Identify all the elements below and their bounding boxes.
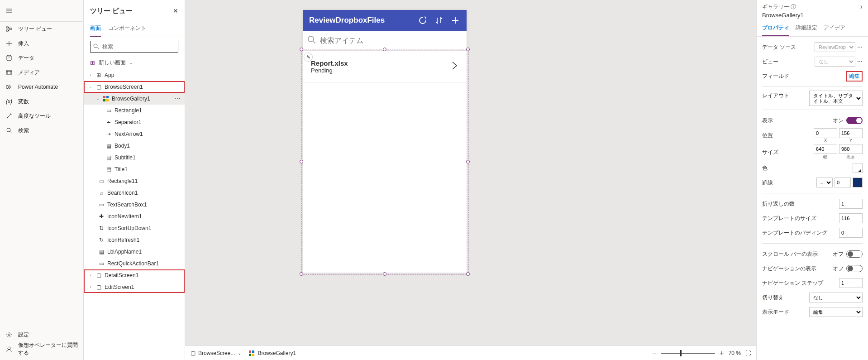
rail-settings[interactable]: 設定 xyxy=(0,327,83,342)
tab-ideas[interactable]: アイデア xyxy=(824,21,845,36)
tree-search-input[interactable] xyxy=(90,41,178,53)
tab-screens[interactable]: 画面 xyxy=(90,22,101,37)
rail-variables[interactable]: (x) 変数 xyxy=(0,94,83,109)
view-select[interactable]: なし xyxy=(815,57,855,67)
scrollbar-toggle[interactable] xyxy=(846,250,863,258)
size-w-input[interactable] xyxy=(814,144,837,154)
more-icon[interactable]: ⋯ xyxy=(857,44,863,50)
canvas-area[interactable]: ReviewDropboxFiles Report.xlsx Pending ✎ xyxy=(185,0,756,360)
layout-select[interactable]: タイトル、サブタイトル、本文 xyxy=(809,91,863,106)
tree-node-iconrefresh1[interactable]: ↻IconRefresh1 xyxy=(84,234,185,246)
zoom-out-button[interactable]: − xyxy=(652,349,656,357)
rail-item-label: 挿入 xyxy=(18,40,29,48)
zoom-in-button[interactable]: + xyxy=(720,349,724,357)
label-icon: ▤ xyxy=(105,154,112,161)
more-icon[interactable]: ⋯ xyxy=(174,95,181,102)
chevron-down-icon: ⌄ xyxy=(88,85,93,89)
breadcrumb-screen[interactable]: ▢ BrowseScree... ⌄ xyxy=(191,350,241,356)
rail-advanced-tools[interactable]: 高度なツール xyxy=(0,109,83,123)
template-size-input[interactable] xyxy=(839,213,863,223)
rail-treeview[interactable]: ツリー ビュー xyxy=(0,22,83,36)
tree-node-title1[interactable]: ▤Title1 xyxy=(84,163,185,175)
zoom-slider[interactable] xyxy=(661,353,715,354)
refresh-icon[interactable] xyxy=(418,15,428,25)
template-padding-input[interactable] xyxy=(839,228,863,238)
tree-node-searchicon1[interactable]: ⌕SearchIcon1 xyxy=(84,187,185,199)
label-wrap: 折り返しの数 xyxy=(762,200,795,208)
tree-node-rectquickactionbar1[interactable]: ▭RectQuickActionBar1 xyxy=(84,258,185,269)
tree-node-browsegallery[interactable]: ⌄ BrowseGallery1 ⋯ xyxy=(84,93,185,105)
rail-powerautomate[interactable]: Power Automate xyxy=(0,80,83,94)
separator-icon: ∸ xyxy=(105,119,112,125)
chevron-right-icon: › xyxy=(88,273,93,278)
transition-select[interactable]: なし xyxy=(809,293,863,302)
displaymode-select[interactable]: 編集 xyxy=(809,307,863,317)
tree-node-browsescreen[interactable]: ⌄ ▢ BrowseScreen1 xyxy=(84,81,185,93)
tree-panel-title: ツリー ビュー xyxy=(90,7,133,15)
navstep-input[interactable] xyxy=(839,278,863,288)
edit-template-icon[interactable]: ✎ xyxy=(304,53,313,62)
rail-media[interactable]: メディア xyxy=(0,65,83,80)
svg-point-6 xyxy=(8,334,10,336)
label-template-size: テンプレートのサイズ xyxy=(762,215,816,222)
label-visible: 表示 xyxy=(762,117,773,125)
rail-data[interactable]: データ xyxy=(0,51,83,65)
rail-item-label: 検索 xyxy=(18,127,29,134)
tree-node-separator1[interactable]: ∸Separator1 xyxy=(84,116,185,128)
datasource-select[interactable]: ReviewDropbo... xyxy=(815,42,855,52)
tree-icon xyxy=(5,25,13,33)
tree-node-editscreen[interactable]: ›▢EditScreen1 xyxy=(84,281,185,293)
app-search-input[interactable] xyxy=(320,37,462,45)
position-x-input[interactable] xyxy=(814,128,837,138)
tab-components[interactable]: コンポーネント xyxy=(108,22,146,37)
item-title: Report.xlsx xyxy=(311,59,348,67)
rail-ask-operator[interactable]: 仮想オペレーターに質問する xyxy=(0,342,83,356)
position-y-input[interactable] xyxy=(839,128,863,138)
tree-node-iconnewitem1[interactable]: ✚IconNewItem1 xyxy=(84,211,185,222)
navigation-toggle[interactable] xyxy=(846,265,863,272)
tree-node-iconsortupdown1[interactable]: ⇅IconSortUpDown1 xyxy=(84,222,185,234)
more-icon[interactable]: ⋯ xyxy=(857,58,863,65)
tree-node-textsearchbox1[interactable]: ▭TextSearchBox1 xyxy=(84,199,185,211)
svg-rect-11 xyxy=(103,99,105,101)
fit-to-screen-icon[interactable]: ⛶ xyxy=(745,350,751,356)
tree-node-detailscreen[interactable]: ›▢DetailScreen1 xyxy=(84,269,185,281)
tree-node-rectangle11[interactable]: ▭Rectangle11 xyxy=(84,175,185,187)
chevron-right-icon[interactable]: › xyxy=(860,3,863,11)
breadcrumb-gallery[interactable]: BrowseGallery1 xyxy=(248,350,296,356)
tab-properties[interactable]: プロパティ xyxy=(762,21,789,36)
rail-insert[interactable]: 挿入 xyxy=(0,36,83,51)
rail-search[interactable]: 検索 xyxy=(0,123,83,138)
sort-icon[interactable] xyxy=(434,15,444,25)
tree-node-rectangle1[interactable]: ▭Rectangle1 xyxy=(84,105,185,116)
add-icon[interactable] xyxy=(450,15,460,25)
size-h-input[interactable] xyxy=(839,144,863,154)
color-swatch[interactable]: ◢ xyxy=(853,163,863,173)
gallery-item[interactable]: Report.xlsx Pending xyxy=(303,51,467,82)
fields-edit-link[interactable]: 編集 xyxy=(846,71,863,82)
scrollbar-state: オフ xyxy=(833,250,844,258)
rail-hamburger[interactable] xyxy=(0,0,83,22)
wrap-input[interactable] xyxy=(839,199,863,209)
tree-node-lblappname1[interactable]: ▤LblAppName1 xyxy=(84,246,185,258)
border-width-input[interactable] xyxy=(835,178,851,187)
tree-panel: ツリー ビュー ✕ 画面 コンポーネント ⊞ 新しい画面 ⌄ › ⊞ App ⌄… xyxy=(84,0,185,360)
tree-node-body1[interactable]: ▤Body1 xyxy=(84,140,185,152)
label-displaymode: 表示モード xyxy=(762,308,789,316)
media-icon xyxy=(5,69,13,76)
tab-advanced[interactable]: 詳細設定 xyxy=(796,21,817,36)
tree-node-nextarrow1[interactable]: ⇢NextArrow1 xyxy=(84,128,185,140)
new-screen-button[interactable]: ⊞ 新しい画面 ⌄ xyxy=(84,56,185,69)
tree-node-app[interactable]: › ⊞ App xyxy=(84,69,185,81)
close-icon[interactable]: ✕ xyxy=(173,7,178,14)
visible-toggle[interactable] xyxy=(846,117,863,124)
help-icon[interactable]: ⓘ xyxy=(791,4,796,10)
label-transition: 切り替え xyxy=(762,294,784,302)
tree-node-subtitle1[interactable]: ▤Subtitle1 xyxy=(84,152,185,163)
border-style-select[interactable]: — xyxy=(816,178,833,187)
node-label: IconSortUpDown1 xyxy=(107,225,151,231)
plus-icon xyxy=(5,40,13,47)
border-color-swatch[interactable] xyxy=(853,178,863,187)
svg-rect-1 xyxy=(6,30,8,31)
node-label: DetailScreen1 xyxy=(105,272,138,278)
